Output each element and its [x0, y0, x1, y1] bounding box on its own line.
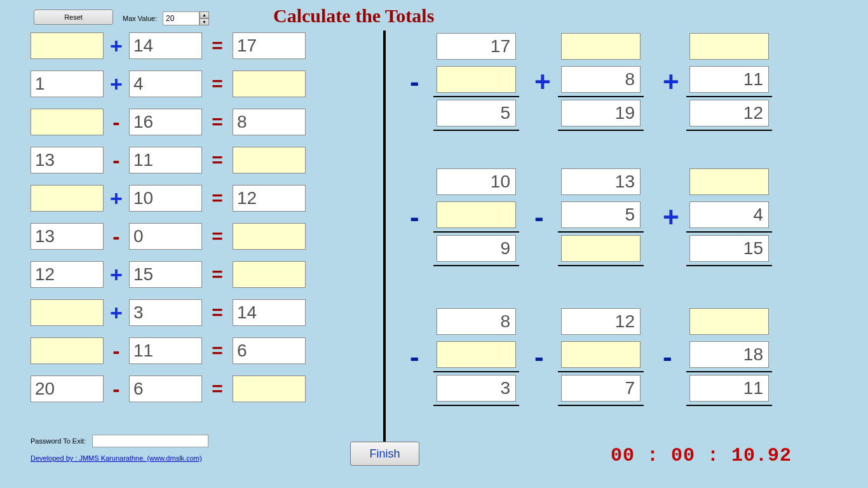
vertical-result: 12: [689, 100, 769, 126]
equals-icon: =: [202, 340, 233, 362]
password-input[interactable]: [92, 435, 208, 447]
equals-icon: =: [202, 226, 233, 247]
operand-a[interactable]: [31, 109, 104, 135]
equation-row: 20-6=: [31, 376, 306, 402]
minus-icon: -: [104, 148, 129, 173]
vertical-middle[interactable]: [437, 201, 516, 228]
equation-row: -16=8: [31, 109, 306, 135]
minus-icon: -: [663, 343, 672, 371]
operand-a: 1: [31, 71, 104, 97]
result[interactable]: [233, 261, 306, 288]
spinner-down-icon[interactable]: ▼: [200, 18, 209, 25]
vertical-top[interactable]: [689, 33, 769, 60]
operand-b: 16: [129, 109, 202, 135]
result[interactable]: [233, 71, 306, 97]
operand-a: 13: [31, 223, 104, 250]
equals-icon: =: [202, 149, 233, 171]
password-label: Password To Exit:: [31, 437, 86, 445]
plus-icon: +: [663, 68, 679, 96]
equation-row: +3=14: [31, 299, 306, 326]
vertical-result: 7: [561, 375, 641, 402]
operand-b: 14: [129, 32, 202, 59]
result: 12: [233, 185, 306, 212]
plus-icon: +: [104, 34, 129, 58]
vertical-top: 12: [561, 308, 641, 335]
vertical-divider: [383, 30, 386, 442]
vertical-middle: 8: [561, 66, 641, 93]
operand-a[interactable]: [31, 299, 104, 326]
vertical-middle[interactable]: [561, 341, 641, 368]
minus-icon: -: [410, 203, 419, 231]
plus-icon: +: [534, 68, 551, 96]
operand-a[interactable]: [31, 32, 104, 59]
vertical-top: 8: [437, 308, 516, 335]
operand-b: 11: [129, 147, 202, 173]
max-value-label: Max Value:: [123, 15, 157, 22]
vertical-result: 5: [437, 100, 516, 126]
equals-icon: =: [202, 378, 233, 400]
developer-link[interactable]: Developed by : JMMS Karunarathne. (www.d…: [31, 454, 202, 462]
operand-a: 13: [31, 147, 104, 173]
vertical-result: 15: [689, 235, 769, 262]
result: 8: [233, 109, 306, 135]
equals-icon: =: [202, 264, 233, 285]
max-value-input[interactable]: [163, 11, 200, 25]
minus-icon: -: [104, 110, 129, 135]
rule-line: [433, 371, 519, 372]
plus-icon: +: [104, 186, 129, 211]
vertical-middle[interactable]: [437, 341, 516, 368]
equals-icon: =: [202, 187, 233, 209]
rule-line: [558, 405, 644, 406]
plus-icon: +: [104, 301, 129, 325]
vertical-top: 17: [437, 33, 516, 60]
timer-display: 00 : 00 : 10.92: [611, 445, 792, 466]
result: 14: [233, 299, 306, 326]
minus-icon: -: [534, 203, 544, 231]
equals-icon: =: [202, 73, 233, 95]
vertical-top: 10: [437, 168, 516, 195]
operand-a[interactable]: [31, 185, 104, 212]
vertical-top[interactable]: [561, 33, 641, 60]
rule-line: [433, 231, 519, 233]
vertical-middle: 18: [689, 341, 769, 368]
equation-row: -11=6: [31, 337, 306, 364]
vertical-middle: 4: [689, 201, 769, 228]
vertical-middle[interactable]: [437, 66, 516, 93]
vertical-result[interactable]: [561, 235, 641, 262]
operand-b: 11: [129, 337, 202, 364]
spinner-up-icon[interactable]: ▲: [200, 11, 209, 18]
vertical-top[interactable]: [689, 168, 769, 195]
plus-icon: +: [104, 262, 129, 287]
result[interactable]: [233, 223, 306, 250]
rule-line: [686, 231, 772, 233]
equals-icon: =: [202, 35, 233, 57]
operand-a[interactable]: [31, 337, 104, 364]
result[interactable]: [233, 376, 306, 402]
equals-icon: =: [202, 302, 233, 323]
vertical-top[interactable]: [689, 308, 769, 335]
operand-a: 20: [31, 376, 104, 402]
vertical-result: 3: [437, 375, 516, 402]
minus-icon: -: [534, 343, 544, 371]
result[interactable]: [233, 147, 306, 173]
vertical-middle: 5: [561, 201, 641, 228]
operand-b: 0: [129, 223, 202, 250]
result: 6: [233, 337, 306, 364]
operand-b: 4: [129, 71, 202, 97]
rule-line: [433, 265, 519, 266]
max-value-spinner[interactable]: ▲ ▼: [163, 11, 209, 25]
rule-line: [433, 96, 519, 97]
equation-row: 13-11=: [31, 147, 306, 173]
minus-icon: -: [104, 224, 129, 249]
operand-b: 10: [129, 185, 202, 212]
equation-row: +14=17: [31, 32, 306, 59]
rule-line: [433, 130, 519, 131]
finish-button[interactable]: Finish: [350, 442, 419, 466]
rule-line: [686, 130, 772, 131]
reset-button[interactable]: Reset: [34, 10, 113, 25]
minus-icon: -: [410, 343, 419, 371]
page-title: Calculate the Totals: [273, 5, 434, 27]
rule-line: [433, 405, 519, 406]
rule-line: [686, 405, 772, 406]
equation-row: 1+4=: [31, 71, 306, 97]
